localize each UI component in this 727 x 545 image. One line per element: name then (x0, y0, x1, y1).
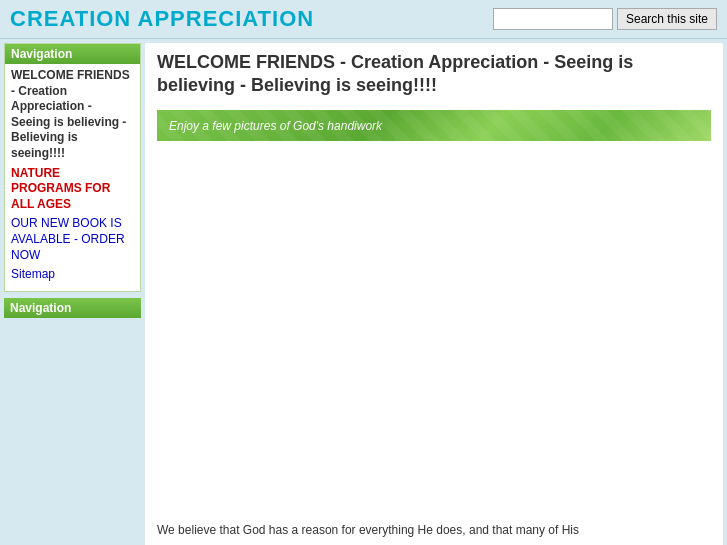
search-area: Search this site (493, 8, 717, 30)
sidebar-link-sitemap[interactable]: Sitemap (11, 267, 134, 283)
sidebar-link-nature[interactable]: NATURE PROGRAMS FOR ALL AGES (11, 166, 134, 213)
sidebar: Navigation WELCOME FRIENDS - Creation Ap… (0, 39, 145, 545)
search-input[interactable] (493, 8, 613, 30)
nav-box-header: Navigation (5, 44, 140, 64)
nav-box-content: WELCOME FRIENDS - Creation Appreciation … (5, 64, 140, 291)
layout: Navigation WELCOME FRIENDS - Creation Ap… (0, 39, 727, 545)
image-banner: Enjoy a few pictures of God's handiwork (157, 110, 711, 141)
sidebar-link-welcome[interactable]: WELCOME FRIENDS - Creation Appreciation … (11, 68, 134, 162)
header: CREATION APPRECIATION Search this site (0, 0, 727, 39)
main-wrapper: WELCOME FRIENDS - Creation Appreciation … (157, 51, 711, 539)
banner-text: Enjoy a few pictures of God's handiwork (169, 119, 382, 133)
sidebar-link-book[interactable]: OUR NEW BOOK IS AVALABLE - ORDER NOW (11, 216, 134, 263)
search-button[interactable]: Search this site (617, 8, 717, 30)
main-content: WELCOME FRIENDS - Creation Appreciation … (145, 43, 723, 545)
page-heading: WELCOME FRIENDS - Creation Appreciation … (157, 51, 711, 98)
footer-text: We believe that God has a reason for eve… (157, 521, 711, 539)
nav-box: Navigation WELCOME FRIENDS - Creation Ap… (4, 43, 141, 292)
nav-box-header2: Navigation (4, 298, 141, 318)
site-title: CREATION APPRECIATION (10, 6, 314, 32)
